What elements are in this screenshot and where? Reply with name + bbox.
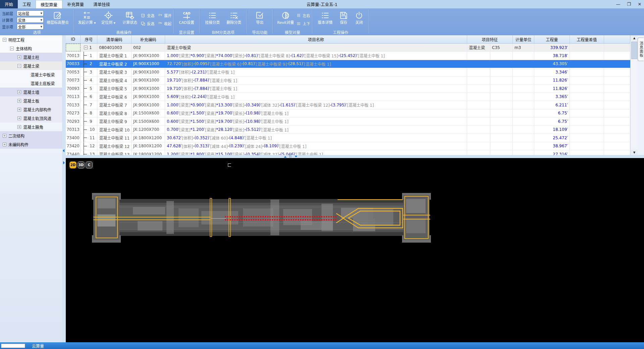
table-cell: [490, 150, 513, 155]
table-row[interactable]: 7344013混凝土中板梁 13JX:1800X12001.200′ [梁宽]*…: [66, 150, 630, 155]
maximize-icon[interactable]: ❐: [626, 2, 632, 7]
calc-item-select[interactable]: 实体▼: [17, 17, 44, 23]
table-row[interactable]: 700734混凝土中板梁 4JX:900X100019.710′ [体积]-(7…: [66, 77, 630, 85]
collapse-node-icon[interactable]: −: [17, 64, 21, 68]
select-all-button[interactable]: 全选: [141, 13, 154, 18]
tree-item[interactable]: +混凝土腋角: [0, 122, 62, 131]
cad-viewport[interactable]: 2D 3D C: [66, 158, 644, 342]
compare-left-right-button[interactable]: 左右: [296, 13, 310, 18]
table-row[interactable]: 700533混凝土中板梁 3JX:900X10005.577′ [体积]-(2.…: [66, 68, 630, 77]
column-header[interactable]: 计量单位: [513, 35, 534, 43]
calc-status-button[interactable]: 计算状态: [119, 9, 141, 30]
floor-elevation-merge-button[interactable]: 楼层标高整合: [44, 9, 72, 30]
vertical-splitter[interactable]: [62, 35, 66, 342]
expand-node-icon[interactable]: +: [17, 125, 21, 129]
table-scrollbar[interactable]: ▲ ▼: [630, 35, 638, 155]
expand-node-icon[interactable]: +: [17, 99, 21, 103]
table-group-row[interactable]: −1080401003002混凝土中板梁混凝土梁C35m3339.923′: [66, 44, 630, 52]
column-header[interactable]: 补充编码: [132, 35, 165, 43]
expand-node-icon[interactable]: +: [3, 134, 6, 138]
link-category-button[interactable]: 挂接分类: [202, 9, 223, 30]
collapse-node-icon[interactable]: −: [3, 38, 6, 42]
column-header[interactable]: 项目名称: [165, 35, 467, 43]
collapse-left-icon[interactable]: [63, 149, 64, 152]
table-row[interactable]: 7340011混凝土中板梁 11JX:1800X120030.672′ [体积]…: [66, 134, 630, 142]
column-header[interactable]: 工程量差值: [570, 35, 604, 43]
tree-item[interactable]: +混凝土墙: [0, 88, 62, 96]
tab-supplement-quantity[interactable]: 补充算量: [62, 0, 89, 8]
compare-top-bottom-button[interactable]: 上下: [296, 21, 310, 26]
tree-item[interactable]: −混凝土梁: [0, 61, 62, 70]
group-label-export: 导出功能: [247, 30, 273, 35]
tree-item[interactable]: +混凝土柱: [0, 53, 62, 61]
column-header[interactable]: 清单编码: [97, 35, 132, 43]
table-cell: [66, 44, 81, 51]
column-header[interactable]: ID: [66, 35, 81, 43]
tree-item[interactable]: −主体结构: [0, 44, 62, 53]
current-floor-select[interactable]: 站台层▼: [17, 10, 44, 16]
expand-rows-button[interactable]: 展开: [158, 13, 171, 18]
table-cell: 5.577′ [体积]-(2.231)′ [混凝土中板 1]: [165, 68, 467, 76]
save-button[interactable]: 保存: [336, 9, 351, 30]
revit-compare-button[interactable]: Revit对量: [275, 9, 296, 30]
table-row[interactable]: 700935混凝土中板梁 5JX:900X100019.710′ [体积]-(7…: [66, 85, 630, 93]
tree-item[interactable]: +混凝土内部构件: [0, 105, 62, 114]
tree-item[interactable]: 混凝土中板梁: [0, 70, 62, 79]
collapse-group-icon[interactable]: −: [84, 46, 88, 49]
splitter-up-icon[interactable]: [284, 155, 287, 158]
scrollbar-thumb[interactable]: [631, 42, 637, 59]
close-project-button[interactable]: 关闭: [351, 9, 367, 30]
table-cell: [604, 101, 630, 109]
message-panel-tab[interactable]: 消息面板: [638, 38, 644, 61]
delete-category-button[interactable]: 删除分类: [223, 9, 245, 30]
column-header[interactable]: 工程量: [534, 35, 570, 43]
invert-selection-button[interactable]: 反选: [141, 21, 154, 26]
table-row[interactable]: 702738混凝土中板梁 8JX:1500X6000.600′ [梁宽]*1.5…: [66, 109, 630, 118]
tab-model-quantity[interactable]: 模型算量: [36, 0, 62, 8]
expand-node-icon[interactable]: +: [17, 116, 21, 120]
tab-start[interactable]: 开始: [0, 0, 18, 8]
splitter-grip[interactable]: [289, 155, 292, 158]
table-row[interactable]: 702939混凝土中板梁 9JX:1500X6000.600′ [梁宽]*1.5…: [66, 117, 630, 126]
cad-settings-button[interactable]: CAD CAD设置: [176, 9, 197, 30]
expand-node-icon[interactable]: +: [17, 108, 21, 111]
tree-item[interactable]: 混凝土底板梁: [0, 79, 62, 88]
mode-c-button[interactable]: C: [86, 161, 93, 168]
column-header-filler[interactable]: [604, 35, 630, 43]
table-row[interactable]: 700332混凝土中板梁 2JX:900X100072.720′ [体积]-(0…: [66, 60, 630, 68]
tab-project[interactable]: 工程: [18, 0, 36, 8]
mode-3d-button[interactable]: 3D: [78, 161, 85, 168]
tree-item[interactable]: −明挖工程: [0, 35, 62, 44]
table-row[interactable]: 701337混凝土中板梁 7JX:900X10001.000′ [梁宽]*0.9…: [66, 101, 630, 109]
tree-item[interactable]: +混凝土板: [0, 96, 62, 105]
table-row[interactable]: 700131混凝土中板梁 1JX:900X10001.000′ [梁宽]*0.9…: [66, 52, 630, 60]
mode-2d-button[interactable]: 2D: [69, 161, 77, 168]
horizontal-splitter[interactable]: [66, 155, 644, 158]
minimize-icon[interactable]: —: [615, 2, 621, 7]
expand-right-icon[interactable]: [63, 161, 65, 164]
tree-item[interactable]: +混凝土轨顶风道: [0, 114, 62, 122]
export-button[interactable]: 导出: [249, 9, 270, 30]
expand-node-icon[interactable]: +: [17, 90, 21, 94]
table-row[interactable]: 701136混凝土中板梁 6JX:900X10005.609′ [体积]-(2.…: [66, 93, 630, 101]
tab-list-link[interactable]: 清单挂接: [89, 0, 115, 8]
scroll-down-icon[interactable]: ▼: [631, 150, 638, 155]
column-header[interactable]: 序号: [81, 35, 97, 43]
table-row[interactable]: 7342012混凝土中板梁 12JX:1800X120047.628′ [体积]…: [66, 142, 630, 151]
display-item-select[interactable]: 全部▼: [17, 24, 44, 30]
start-calculation-button[interactable]: 发起计算 ▼: [76, 9, 98, 30]
expand-node-icon[interactable]: +: [3, 143, 6, 146]
column-header[interactable]: 项目特征: [467, 35, 513, 43]
close-icon[interactable]: ✕: [637, 2, 643, 7]
table-cell: 混凝土中板梁 10: [97, 126, 132, 134]
table-row[interactable]: 7031310混凝土中板梁 10JX:1200X7000.700′ [梁宽]*1…: [66, 126, 630, 134]
scroll-up-icon[interactable]: ▲: [631, 35, 638, 41]
table-cell: 混凝土中板梁 5: [97, 85, 132, 93]
collapse-rows-button[interactable]: 收起: [158, 21, 171, 26]
version-detail-button[interactable]: 版本详情: [314, 9, 336, 30]
collapse-node-icon[interactable]: −: [10, 47, 14, 50]
tree-item[interactable]: +未编码构件: [0, 140, 62, 149]
expand-node-icon[interactable]: +: [17, 55, 21, 59]
tree-item[interactable]: +二次结构: [0, 131, 62, 140]
locate-to-button[interactable]: 定位到 ▼: [98, 9, 119, 30]
